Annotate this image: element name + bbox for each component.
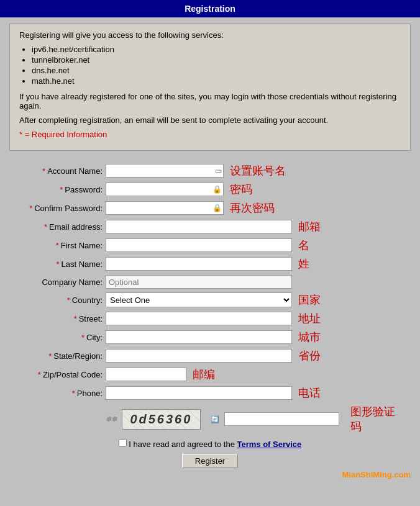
required-star: *	[72, 389, 75, 398]
required-star: *	[81, 333, 84, 342]
street-row: *Street: 地址	[16, 311, 404, 326]
first-name-label: *First Name:	[16, 241, 106, 250]
info-box: Registering will give you access to the …	[9, 24, 411, 151]
city-annotation: 城市	[298, 330, 321, 345]
list-item: math.he.net	[32, 76, 401, 86]
last-name-input[interactable]	[106, 257, 292, 271]
password-label: *Password:	[16, 185, 106, 194]
required-note: * = Required Information	[19, 130, 401, 139]
account-name-input[interactable]	[106, 164, 224, 178]
required-star: *	[56, 260, 59, 269]
lock-icon: 🔒	[212, 185, 222, 194]
captcha-decoration-left: ✽✽	[106, 415, 117, 423]
tos-link[interactable]: Terms of Service	[237, 440, 302, 449]
street-annotation: 地址	[298, 311, 321, 326]
email-annotation: 邮箱	[298, 219, 321, 234]
phone-label: *Phone:	[16, 389, 106, 398]
confirm-password-input[interactable]	[106, 201, 224, 215]
email-label: *Email address:	[16, 222, 106, 232]
street-label: *Street:	[16, 314, 106, 323]
required-star: *	[67, 296, 70, 305]
required-star: *	[42, 166, 45, 176]
email-input[interactable]	[106, 220, 292, 233]
tos-text: I have read and agreed to the	[129, 440, 237, 449]
intro-text: Registering will give you access to the …	[19, 30, 401, 40]
last-name-annotation: 姓	[298, 256, 309, 271]
watermark: MianShiMing.com	[342, 470, 411, 479]
login-note: If you have already registered for one o…	[19, 92, 401, 111]
city-row: *City: 城市	[16, 330, 404, 345]
state-annotation: 省份	[298, 348, 321, 363]
country-row: *Country: Select One 国家	[16, 292, 404, 307]
zip-label: *Zip/Postal Code:	[16, 370, 106, 379]
confirm-password-annotation: 再次密码	[230, 201, 275, 215]
password-row: *Password: 🔒 密码	[16, 182, 404, 197]
required-star: *	[29, 204, 32, 213]
phone-annotation: 电话	[298, 386, 321, 400]
password-wrapper: 🔒	[106, 183, 224, 196]
user-icon: ▭	[215, 166, 222, 175]
password-annotation: 密码	[230, 182, 252, 197]
account-name-wrapper: ▭	[106, 164, 224, 178]
country-label: *Country:	[16, 296, 106, 305]
country-select[interactable]: Select One	[106, 292, 292, 307]
city-input[interactable]	[106, 330, 292, 344]
last-name-row: *Last Name: 姓	[16, 256, 404, 271]
state-row: *State/Region: 省份	[16, 348, 404, 363]
captcha-input[interactable]	[224, 412, 339, 426]
email-row: *Email address: 邮箱	[16, 219, 404, 234]
required-star: *	[60, 185, 63, 194]
zip-row: *Zip/Postal Code: 邮编	[16, 367, 404, 382]
zip-input[interactable]	[106, 368, 186, 381]
confirm-password-wrapper: 🔒	[106, 201, 224, 215]
account-name-label: *Account Name:	[16, 166, 106, 176]
required-star: *	[44, 222, 47, 232]
phone-row: *Phone: 电话	[16, 386, 404, 400]
register-button[interactable]: Register	[182, 454, 238, 468]
country-annotation: 国家	[298, 292, 321, 307]
page-title: Registration	[0, 0, 420, 17]
required-star: *	[56, 241, 59, 250]
first-name-input[interactable]	[106, 238, 292, 252]
company-input[interactable]	[106, 275, 292, 289]
required-star: *	[74, 314, 77, 323]
captcha-annotation: 图形验证码	[350, 404, 404, 434]
confirm-password-row: *Confirm Password: 🔒 再次密码	[16, 201, 404, 215]
required-star: *	[38, 370, 41, 379]
password-input[interactable]	[106, 183, 224, 196]
lock-icon-2: 🔒	[212, 204, 222, 212]
last-name-label: *Last Name:	[16, 260, 106, 269]
first-name-annotation: 名	[298, 238, 309, 253]
tos-checkbox[interactable]	[119, 439, 127, 447]
captcha-image: 0d56360	[122, 409, 201, 430]
list-item: ipv6.he.net/certification	[32, 45, 401, 54]
account-name-annotation: 设置账号名	[230, 163, 286, 178]
phone-input[interactable]	[106, 386, 292, 400]
registration-form: *Account Name: ▭ 设置账号名 *Password: 🔒 密码	[9, 160, 411, 476]
confirm-password-label: *Confirm Password:	[16, 204, 106, 213]
captcha-decoration-right: 🔄	[211, 415, 219, 423]
account-name-row: *Account Name: ▭ 设置账号名	[16, 163, 404, 178]
state-input[interactable]	[106, 349, 292, 363]
services-list: ipv6.he.net/certification tunnelbroker.n…	[32, 45, 401, 86]
tos-row: I have read and agreed to the Terms of S…	[16, 439, 404, 449]
list-item: dns.he.net	[32, 66, 401, 75]
street-input[interactable]	[106, 312, 292, 325]
first-name-row: *First Name: 名	[16, 238, 404, 253]
required-star: *	[48, 351, 52, 361]
state-label: *State/Region:	[16, 351, 106, 361]
company-row: Company Name:	[16, 275, 404, 289]
register-row: Register	[16, 454, 404, 468]
zip-annotation: 邮编	[193, 367, 215, 382]
company-label: Company Name:	[16, 278, 106, 287]
city-label: *City:	[16, 333, 106, 342]
activation-note: After completing registration, an email …	[19, 115, 401, 125]
list-item: tunnelbroker.net	[32, 55, 401, 65]
captcha-row: ✽✽ 0d56360 🔄 图形验证码	[16, 404, 404, 434]
